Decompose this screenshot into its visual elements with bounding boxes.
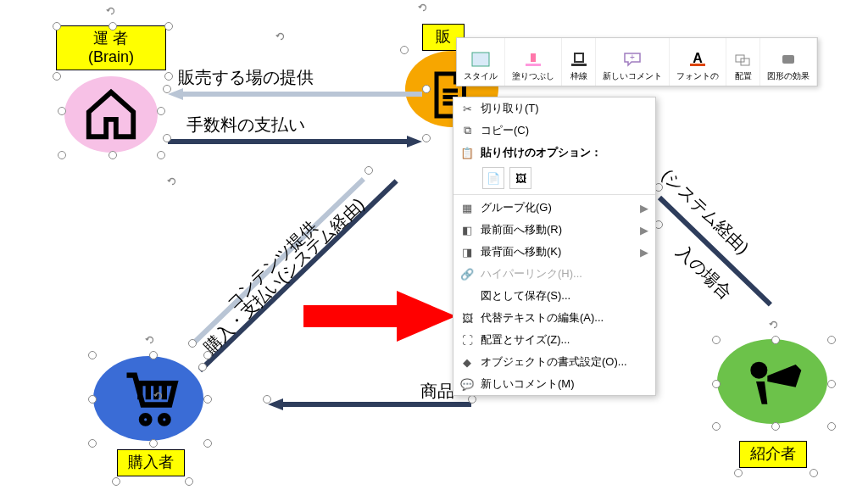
- ctx-cut[interactable]: ✂ 切り取り(T): [453, 97, 655, 120]
- selection-handle[interactable]: [164, 22, 173, 31]
- selection-handle[interactable]: [203, 351, 212, 359]
- svg-rect-5: [571, 64, 587, 66]
- selection-handle[interactable]: [422, 134, 431, 142]
- selection-handle[interactable]: [188, 339, 197, 348]
- mini-arrange-button[interactable]: 配置: [726, 38, 760, 86]
- paste-option-1[interactable]: 📄: [482, 167, 504, 189]
- svg-point-0: [750, 362, 767, 379]
- ctx-alt-text[interactable]: 🖼 代替テキストの編集(A)...: [453, 307, 655, 329]
- svg-rect-2: [531, 53, 536, 62]
- selection-handle[interactable]: [164, 72, 173, 81]
- operator-label[interactable]: 運 者 (Brain): [56, 25, 166, 70]
- selection-handle[interactable]: [203, 395, 212, 404]
- cart-icon: [119, 365, 183, 429]
- ctx-format-object[interactable]: ◆ オブジェクトの書式設定(O)...: [453, 351, 655, 373]
- selection-handle[interactable]: [712, 422, 721, 431]
- submenu-arrow-icon: ▶: [640, 202, 648, 214]
- svg-text:A: A: [693, 52, 703, 65]
- selection-handle[interactable]: [112, 477, 120, 486]
- mini-toolbar: スタイル 塗りつぶし 枠線 + 新しいコメント A フォントの 配置 図形の効果: [456, 37, 818, 86]
- arrow-provide-place[interactable]: [168, 88, 422, 100]
- ctx-bring-front[interactable]: ◧ 最前面へ移動(R) ▶: [453, 219, 655, 241]
- selection-handle[interactable]: [771, 336, 780, 344]
- ctx-copy[interactable]: ⧉ コピー(C): [453, 120, 655, 142]
- selection-handle[interactable]: [810, 469, 818, 477]
- ctx-group[interactable]: ▦ グループ化(G) ▶: [453, 197, 655, 219]
- selection-handle[interactable]: [185, 477, 193, 486]
- selection-handle[interactable]: [58, 107, 66, 115]
- svg-rect-1: [472, 53, 489, 66]
- ctx-new-comment[interactable]: 💬 新しいコメント(M): [453, 373, 655, 395]
- rotation-handle-icon[interactable]: [144, 334, 156, 346]
- ctx-send-back[interactable]: ◨ 最背面へ移動(K) ▶: [453, 241, 655, 263]
- rotation-handle-icon[interactable]: [105, 5, 117, 17]
- svg-text:+: +: [630, 53, 635, 62]
- rotation-handle-icon[interactable]: [275, 31, 287, 42]
- submenu-arrow-icon: ▶: [640, 246, 648, 259]
- copy-icon: ⧉: [457, 124, 477, 137]
- buyer-label[interactable]: 購入者: [117, 449, 185, 476]
- selection-handle[interactable]: [157, 107, 165, 115]
- selection-handle[interactable]: [163, 85, 171, 93]
- mini-font-button[interactable]: A フォントの: [670, 38, 726, 86]
- scissors-icon: ✂: [457, 103, 477, 115]
- selection-handle[interactable]: [712, 336, 721, 344]
- label-provide-place: 販売する場の提供: [178, 66, 314, 89]
- selection-handle[interactable]: [88, 351, 97, 359]
- selection-handle[interactable]: [468, 395, 476, 404]
- paste-option-2[interactable]: 🖼: [509, 167, 531, 189]
- selection-handle[interactable]: [108, 22, 117, 31]
- clipboard-icon: 📋: [457, 147, 477, 159]
- svg-rect-4: [575, 53, 583, 62]
- red-annotation-arrow: [303, 287, 456, 346]
- selection-handle[interactable]: [58, 151, 66, 159]
- mini-effects-button[interactable]: 図形の効果: [760, 38, 817, 86]
- rotation-handle-icon[interactable]: [768, 319, 780, 331]
- selection-handle[interactable]: [53, 22, 61, 31]
- selection-handle[interactable]: [400, 46, 409, 54]
- mini-style-button[interactable]: スタイル: [457, 38, 505, 86]
- mini-fill-button[interactable]: 塗りつぶし: [505, 38, 562, 86]
- selection-handle[interactable]: [198, 363, 207, 371]
- ctx-paste-header: 📋 貼り付けのオプション：: [453, 142, 655, 164]
- send-back-icon: ◨: [457, 246, 477, 259]
- selection-handle[interactable]: [149, 351, 158, 359]
- arrow-fee-payment[interactable]: [168, 136, 422, 148]
- selection-handle[interactable]: [827, 422, 836, 431]
- selection-handle[interactable]: [88, 395, 97, 404]
- selection-handle[interactable]: [771, 422, 780, 431]
- mini-new-comment-button[interactable]: + 新しいコメント: [596, 38, 670, 86]
- mini-outline-button[interactable]: 枠線: [562, 38, 596, 86]
- selection-handle[interactable]: [163, 134, 171, 142]
- selection-handle[interactable]: [827, 336, 836, 344]
- selection-handle[interactable]: [364, 166, 373, 175]
- svg-rect-8: [690, 64, 705, 66]
- ctx-save-as-picture[interactable]: 図として保存(S)...: [453, 285, 655, 307]
- selection-handle[interactable]: [53, 72, 61, 81]
- selection-handle[interactable]: [88, 439, 97, 448]
- selection-handle[interactable]: [422, 85, 431, 93]
- ctx-hyperlink: 🔗 ハイパーリンク(H)...: [453, 263, 655, 285]
- selection-handle[interactable]: [203, 439, 212, 448]
- bring-front-icon: ◧: [457, 224, 477, 237]
- context-menu: ✂ 切り取り(T) ⧉ コピー(C) 📋 貼り付けのオプション： 📄 🖼 ▦ グ…: [453, 97, 656, 396]
- selection-handle[interactable]: [149, 439, 158, 448]
- selection-handle[interactable]: [712, 380, 721, 388]
- home-icon: [81, 85, 141, 144]
- alt-text-icon: 🖼: [457, 312, 477, 325]
- ctx-paste-options: 📄 🖼: [453, 164, 655, 192]
- operator-label-line2: (Brain): [64, 48, 159, 67]
- label-fee-payment: 手数料の支払い: [186, 114, 305, 136]
- selection-handle[interactable]: [827, 380, 836, 388]
- label-if-purchase: 入の場合: [672, 241, 737, 304]
- svg-rect-11: [782, 55, 794, 64]
- ctx-size-position[interactable]: ⛶ 配置とサイズ(Z)...: [453, 329, 655, 351]
- rotation-handle-icon[interactable]: [417, 2, 429, 14]
- selection-handle[interactable]: [108, 151, 117, 159]
- rotation-handle-icon[interactable]: [166, 175, 178, 187]
- rotation-handle-icon[interactable]: [153, 390, 164, 402]
- selection-handle[interactable]: [734, 469, 743, 477]
- selection-handle[interactable]: [263, 395, 271, 404]
- referrer-label[interactable]: 紹介者: [739, 441, 807, 468]
- selection-handle[interactable]: [157, 151, 165, 159]
